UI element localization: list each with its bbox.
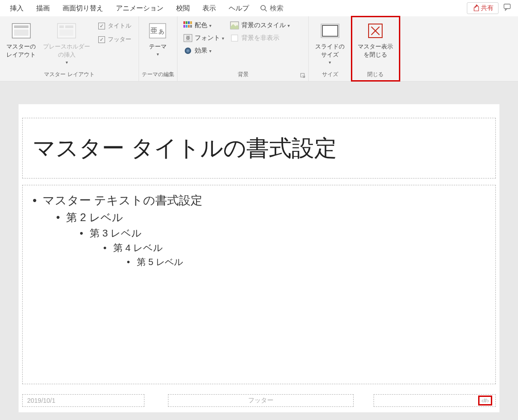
effect-icon	[183, 46, 193, 55]
placeholder-insert-button: プレースホルダー の挿入 ▾	[39, 18, 94, 68]
hide-bg-checkbox: 背景を非表示	[228, 33, 292, 43]
close-master-label: マスター表示 を閉じる	[358, 43, 393, 59]
tab-insert[interactable]: 挿入	[4, 2, 30, 14]
svg-point-22	[185, 48, 191, 54]
footer-placeholder[interactable]: フッター	[168, 394, 354, 407]
pagenum-placeholder[interactable]: ‹#›	[374, 394, 496, 407]
svg-rect-17	[186, 25, 187, 28]
svg-rect-8	[65, 25, 73, 28]
chevron-down-icon: ▾	[329, 60, 331, 65]
font-button[interactable]: 亜 フォント ▾	[181, 33, 226, 43]
bg-style-button[interactable]: 背景のスタイル ▾	[228, 20, 292, 31]
bg-style-label: 背景のスタイル	[241, 21, 286, 29]
slide-size-icon	[320, 21, 340, 41]
font-label: フォント	[195, 34, 220, 42]
checkbox-title[interactable]: ✓ タイトル	[98, 22, 131, 30]
master-layout-label: マスターの レイアウト	[6, 43, 36, 59]
svg-rect-15	[190, 21, 192, 24]
color-scheme-label: 配色	[195, 21, 207, 29]
master-layout-icon	[11, 21, 31, 41]
share-label: 共有	[481, 4, 494, 12]
svg-rect-2	[504, 4, 510, 9]
svg-rect-7	[59, 25, 64, 28]
chevron-down-icon: ▾	[222, 36, 224, 41]
group-size: スライドの サイズ ▾ サイズ	[309, 16, 351, 81]
chevron-down-icon: ▾	[157, 52, 159, 57]
svg-rect-19	[190, 25, 192, 28]
effect-label: 効果	[195, 47, 207, 55]
title-text: マスター タイトルの書式設定	[33, 133, 337, 164]
svg-rect-13	[186, 21, 187, 24]
tab-view[interactable]: 表示	[196, 2, 222, 14]
theme-icon: 亜ぁ	[148, 21, 168, 41]
master-layout-button[interactable]: マスターの レイアウト	[3, 18, 39, 62]
svg-text:亜ぁ: 亜ぁ	[150, 27, 165, 35]
content-placeholder[interactable]: マスター テキストの書式設定 第 2 レベル 第 3 レベル 第 4 レベル 第…	[22, 185, 496, 384]
bullet-level1: マスター テキストの書式設定 第 2 レベル 第 3 レベル 第 4 レベル 第…	[33, 192, 485, 269]
theme-label: テーマ	[149, 43, 167, 51]
bg-style-icon	[230, 21, 240, 30]
chk-title-label: タイトル	[108, 22, 131, 30]
slide-size-label: スライドの サイズ	[315, 43, 345, 59]
chevron-down-icon: ▾	[66, 60, 68, 65]
svg-rect-12	[183, 21, 185, 24]
placeholder-icon	[57, 21, 77, 41]
group-label: サイズ	[312, 69, 348, 81]
svg-rect-4	[14, 25, 29, 28]
date-placeholder[interactable]: 2019/10/1	[22, 394, 144, 407]
tab-help[interactable]: ヘルプ	[222, 2, 255, 14]
tab-animations[interactable]: アニメーション	[110, 2, 170, 14]
svg-rect-24	[231, 35, 238, 41]
search-icon	[260, 5, 267, 12]
bullet-level3: 第 3 レベル 第 4 レベル 第 5 レベル	[80, 226, 485, 269]
close-master-button[interactable]: マスター表示 を閉じる	[354, 18, 397, 62]
svg-point-0	[261, 5, 265, 10]
svg-rect-26	[322, 25, 338, 36]
palette-icon	[183, 21, 193, 30]
comment-icon[interactable]	[503, 3, 512, 14]
ribbon-tabs: 挿入 描画 画面切り替え アニメーション 校閲 表示 ヘルプ 検索 共有	[0, 0, 518, 16]
checkbox-footer[interactable]: ✓ フッター	[98, 35, 131, 43]
group-label: 閉じる	[354, 69, 397, 81]
checkbox-icon	[230, 34, 240, 43]
share-button[interactable]: 共有	[467, 2, 499, 14]
checkbox-icon: ✓	[98, 23, 105, 29]
group-background: 配色 ▾ 亜 フォント ▾ 効果 ▾	[177, 16, 309, 81]
slide-master[interactable]: マスター タイトルの書式設定 マスター テキストの書式設定 第 2 レベル 第 …	[19, 104, 499, 412]
share-icon	[472, 5, 479, 12]
date-text: 2019/10/1	[27, 397, 55, 404]
tab-transitions[interactable]: 画面切り替え	[56, 2, 110, 14]
bullet-level4: 第 4 レベル 第 5 レベル	[103, 241, 485, 269]
chevron-down-icon: ▾	[288, 23, 290, 28]
svg-rect-9	[59, 29, 73, 36]
svg-rect-5	[14, 29, 29, 36]
color-scheme-button[interactable]: 配色 ▾	[181, 20, 226, 31]
effect-button[interactable]: 効果 ▾	[181, 45, 226, 56]
svg-text:亜: 亜	[186, 35, 191, 41]
hide-bg-label: 背景を非表示	[241, 34, 279, 42]
group-close: マスター表示 を閉じる 閉じる	[351, 16, 400, 81]
group-label: テーマの編集	[142, 69, 174, 81]
theme-button[interactable]: 亜ぁ テーマ ▾	[142, 18, 173, 59]
chk-footer-label: フッター	[108, 35, 131, 43]
dialog-launcher[interactable]	[300, 72, 307, 78]
editor-area: マスター タイトルの書式設定 マスター テキストの書式設定 第 2 レベル 第 …	[0, 82, 518, 420]
svg-rect-18	[188, 25, 190, 28]
tab-draw[interactable]: 描画	[30, 2, 56, 14]
svg-line-1	[265, 10, 267, 11]
search-input[interactable]: 検索	[260, 4, 283, 13]
footer-text: フッター	[248, 396, 273, 405]
svg-rect-14	[188, 21, 190, 24]
chevron-down-icon: ▾	[209, 48, 211, 53]
search-label: 検索	[270, 4, 283, 13]
group-label: 背景	[180, 69, 306, 81]
group-label: マスター レイアウト	[3, 69, 136, 81]
pagenum-text: ‹#›	[480, 397, 491, 404]
placeholder-label: プレースホルダー の挿入	[43, 43, 90, 59]
group-master-layout: マスターの レイアウト プレースホルダー の挿入 ▾ ✓ タイトル ✓ フッター	[0, 16, 139, 81]
title-placeholder[interactable]: マスター タイトルの書式設定	[22, 118, 496, 179]
chevron-down-icon: ▾	[209, 23, 211, 28]
font-icon: 亜	[183, 34, 193, 43]
slide-size-button[interactable]: スライドの サイズ ▾	[312, 18, 348, 68]
tab-review[interactable]: 校閲	[170, 2, 196, 14]
